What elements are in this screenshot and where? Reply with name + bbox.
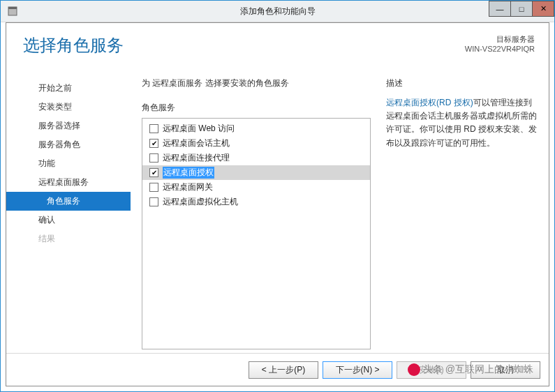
wizard-footer: < 上一步(P) 下一步(N) > 安装(I) 取消 <box>6 353 549 386</box>
description-link[interactable]: 远程桌面授权(RD 授权) <box>386 98 473 107</box>
minimize-button[interactable]: — <box>489 1 511 17</box>
instruction-text: 为 远程桌面服务 选择要安装的角色服务 <box>142 77 371 89</box>
role-label: 远程桌面虚拟化主机 <box>163 196 238 208</box>
role-label: 远程桌面网关 <box>163 181 213 193</box>
role-checkbox[interactable] <box>149 183 158 192</box>
target-label: 目标服务器 <box>465 34 535 45</box>
description-text: 远程桌面授权(RD 授权)可以管理连接到远程桌面会话主机服务器或虚拟机所需的许可… <box>386 96 538 150</box>
wizard-nav: 开始之前安装类型服务器选择服务器角色功能远程桌面服务角色服务确认结果 <box>6 73 131 354</box>
maximize-button[interactable]: □ <box>510 1 533 17</box>
role-label: 远程桌面连接代理 <box>163 152 230 164</box>
svg-rect-1 <box>8 7 17 9</box>
nav-item-0[interactable]: 开始之前 <box>6 79 131 98</box>
titlebar[interactable]: 添加角色和功能向导 — □ ✕ <box>1 1 554 22</box>
role-item-5[interactable]: 远程桌面虚拟化主机 <box>142 195 370 209</box>
wizard-body: 选择角色服务 目标服务器 WIN-VS22VR4PIQR 开始之前安装类型服务器… <box>6 22 549 386</box>
nav-item-7[interactable]: 确认 <box>6 211 131 229</box>
previous-button[interactable]: < 上一步(P) <box>249 361 318 379</box>
next-button[interactable]: 下一步(N) > <box>323 361 392 379</box>
description-label: 描述 <box>386 77 538 89</box>
role-label: 远程桌面 Web 访问 <box>163 123 235 135</box>
role-checkbox[interactable] <box>149 153 158 163</box>
role-item-0[interactable]: 远程桌面 Web 访问 <box>142 121 370 136</box>
wizard-window: 添加角色和功能向导 — □ ✕ 选择角色服务 目标服务器 WIN-VS22VR4… <box>0 0 555 392</box>
target-server-info: 目标服务器 WIN-VS22VR4PIQR <box>465 34 535 53</box>
close-button[interactable]: ✕ <box>532 1 554 17</box>
nav-item-2[interactable]: 服务器选择 <box>6 116 131 135</box>
page-title: 选择角色服务 <box>23 34 124 56</box>
role-label: 远程桌面会话主机 <box>163 137 230 149</box>
nav-item-4[interactable]: 功能 <box>6 154 131 173</box>
nav-item-1[interactable]: 安装类型 <box>6 98 131 116</box>
cancel-button[interactable]: 取消 <box>471 361 540 379</box>
install-button: 安装(I) <box>397 361 466 379</box>
nav-item-6[interactable]: 角色服务 <box>6 192 131 211</box>
role-item-4[interactable]: 远程桌面网关 <box>142 180 370 195</box>
role-checkbox[interactable] <box>149 197 158 206</box>
nav-item-8: 结果 <box>6 229 131 248</box>
role-checkbox[interactable] <box>149 139 158 148</box>
role-label: 远程桌面授权 <box>163 167 214 179</box>
wizard-header: 选择角色服务 目标服务器 WIN-VS22VR4PIQR <box>6 23 549 63</box>
nav-item-5[interactable]: 远程桌面服务 <box>6 173 131 192</box>
role-services-list[interactable]: 远程桌面 Web 访问远程桌面会话主机远程桌面连接代理远程桌面授权远程桌面网关远… <box>142 118 371 349</box>
nav-item-3[interactable]: 服务器角色 <box>6 135 131 154</box>
app-icon <box>5 3 20 19</box>
role-item-2[interactable]: 远程桌面连接代理 <box>142 151 370 165</box>
role-checkbox[interactable] <box>149 124 158 133</box>
window-title: 添加角色和功能向导 <box>1 6 554 17</box>
role-checkbox[interactable] <box>149 168 158 177</box>
roles-section-label: 角色服务 <box>142 102 371 114</box>
target-server-name: WIN-VS22VR4PIQR <box>465 45 535 53</box>
role-item-3[interactable]: 远程桌面授权 <box>142 165 370 180</box>
role-item-1[interactable]: 远程桌面会话主机 <box>142 136 370 151</box>
